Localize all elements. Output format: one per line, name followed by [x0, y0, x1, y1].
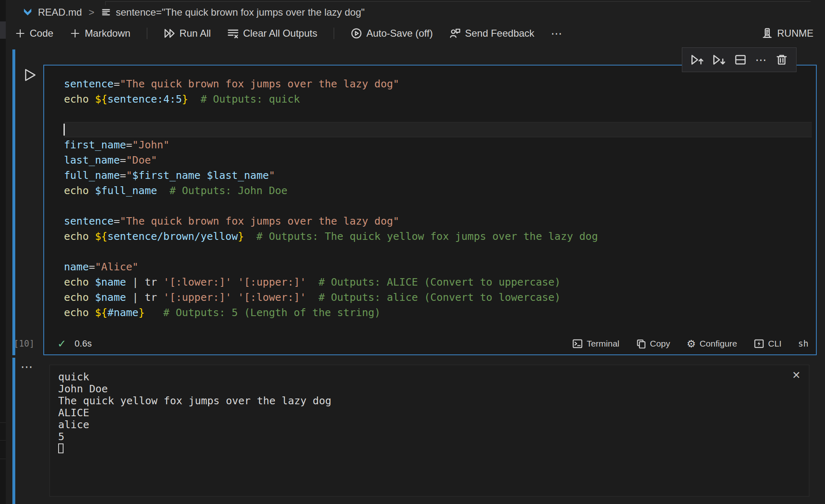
code-token: $name — [95, 276, 126, 288]
cell-language-picker[interactable]: sh — [798, 339, 808, 349]
runme-label: RUNME — [777, 28, 813, 39]
code-line[interactable]: echo $name | tr '[:upper:]' '[:lower:]' … — [64, 290, 808, 305]
cli-icon — [754, 338, 764, 349]
code-token: "The quick brown fox jumps over the lazy… — [120, 78, 399, 90]
code-token: '[:lower:]' — [238, 291, 306, 303]
copy-button[interactable]: Copy — [636, 339, 670, 349]
code-token: = — [89, 261, 95, 273]
cell-symbol-icon — [101, 7, 111, 17]
configure-button[interactable]: ⚙ Configure — [687, 339, 737, 349]
output-line: ALICE — [58, 407, 801, 419]
code-line[interactable]: name="Alice" — [64, 259, 808, 274]
notebook-toolbar: Code Markdown Run All Clear All Outputs … — [6, 23, 825, 44]
code-line[interactable] — [64, 107, 808, 122]
breadcrumb-cell-label[interactable]: sentence="The quick brown fox jumps over… — [116, 7, 365, 18]
code-token: sentence/brown/yellow — [107, 230, 238, 242]
add-markdown-button[interactable]: Markdown — [70, 28, 130, 39]
code-token: $first_name — [132, 169, 201, 181]
output-text: quickJohn DoeThe quick yellow fox jumps … — [50, 365, 809, 460]
execution-count: [10] — [14, 339, 35, 349]
execute-above-icon[interactable] — [691, 53, 704, 66]
auto-save-icon — [351, 28, 362, 39]
code-line[interactable]: echo ${sentence/brown/yellow} # Outputs:… — [64, 229, 808, 244]
cell-toolbar: ⋯ — [682, 47, 797, 72]
split-cell-icon[interactable] — [734, 54, 747, 66]
run-all-button[interactable]: Run All — [164, 28, 211, 39]
add-code-label: Code — [30, 28, 53, 39]
strip-divider — [0, 440, 6, 441]
strip-divider — [0, 422, 6, 423]
code-editor[interactable]: sentence="The quick brown fox jumps over… — [44, 66, 816, 333]
code-line[interactable]: sentence="The quick brown fox jumps over… — [64, 213, 808, 229]
send-feedback-button[interactable]: Send Feedback — [449, 28, 534, 39]
activity-strip — [0, 0, 6, 504]
code-token: = — [120, 169, 126, 181]
code-token: first_name — [64, 139, 126, 151]
terminal-cursor — [58, 443, 64, 453]
code-token — [200, 169, 207, 181]
terminal-icon — [572, 338, 583, 349]
clear-all-outputs-button[interactable]: Clear All Outputs — [227, 28, 317, 39]
code-token: # Outputs: alice (Convert to lowercase) — [306, 291, 561, 303]
code-line[interactable]: echo $name | tr '[:lower:]' '[:upper:]' … — [64, 274, 808, 290]
code-token: full_name — [64, 169, 120, 181]
code-token: echo — [64, 307, 95, 319]
code-token: echo — [64, 291, 95, 303]
code-line[interactable]: echo ${sentence:4:5} # Outputs: quick — [64, 91, 808, 107]
clear-outputs-icon — [227, 28, 239, 39]
cli-button[interactable]: CLI — [754, 338, 782, 349]
code-token: last_name — [64, 154, 120, 166]
code-token: $last_name — [207, 169, 269, 181]
code-token: # Outputs: quick — [188, 93, 300, 105]
code-token: sentence — [64, 215, 113, 227]
code-line[interactable]: echo ${#name} # Outputs: 5 (Length of th… — [64, 305, 808, 320]
output-line: The quick yellow fox jumps over the lazy… — [58, 395, 801, 407]
copy-icon — [636, 339, 646, 349]
delete-cell-icon[interactable] — [776, 54, 788, 66]
auto-save-button[interactable]: Auto-Save (off) — [351, 28, 433, 39]
code-line[interactable] — [64, 198, 808, 213]
strip-divider — [0, 459, 6, 459]
output-focus-bar — [12, 358, 15, 504]
copy-label: Copy — [650, 339, 670, 349]
output-line: 5 — [58, 431, 801, 443]
cell-focus-bar — [12, 49, 15, 355]
runme-file-icon — [22, 7, 33, 18]
code-line[interactable] — [64, 122, 812, 137]
code-line[interactable] — [64, 244, 808, 259]
code-line[interactable]: sentence="The quick brown fox jumps over… — [64, 76, 808, 91]
code-line[interactable]: first_name="John" — [64, 137, 808, 152]
code-token: ${ — [95, 230, 107, 242]
code-token: echo — [64, 230, 95, 242]
code-token: " — [269, 169, 275, 181]
code-line[interactable]: echo $full_name # Outputs: John Doe — [64, 183, 808, 198]
code-token: ${ — [95, 307, 107, 319]
feedback-icon — [449, 28, 461, 39]
code-token: $full_name — [95, 185, 157, 197]
code-token: echo — [64, 185, 95, 197]
breadcrumb-file[interactable]: READ.md — [38, 7, 82, 18]
code-token: # Outputs: ALICE (Convert to uppercase) — [306, 276, 561, 288]
runme-extension-button[interactable]: RUNME — [761, 28, 813, 39]
code-token: "John" — [132, 139, 170, 151]
toolbar-more-button[interactable]: ⋯ — [551, 27, 562, 40]
success-check-icon: ✓ — [57, 338, 66, 350]
code-line[interactable]: full_name="$first_name $last_name" — [64, 168, 808, 183]
output-collapse-button[interactable]: ⋯ — [21, 359, 33, 374]
code-line[interactable]: last_name="Doe" — [64, 152, 808, 168]
add-code-button[interactable]: Code — [15, 28, 53, 39]
toolbar-divider — [147, 28, 147, 39]
output-line: John Doe — [58, 383, 801, 395]
execute-below-icon[interactable] — [712, 53, 726, 66]
terminal-button[interactable]: Terminal — [572, 338, 619, 349]
cell-more-actions-button[interactable]: ⋯ — [755, 53, 767, 67]
code-token: name — [64, 261, 89, 273]
close-output-icon[interactable]: ✕ — [792, 369, 801, 381]
text-cursor — [64, 124, 65, 136]
configure-label: Configure — [700, 339, 737, 349]
code-cell: sentence="The quick brown fox jumps over… — [43, 65, 817, 355]
run-cell-button[interactable] — [23, 68, 38, 82]
code-token: } — [139, 307, 145, 319]
code-token: '[:lower:]' — [163, 276, 232, 288]
run-all-icon — [164, 28, 175, 39]
